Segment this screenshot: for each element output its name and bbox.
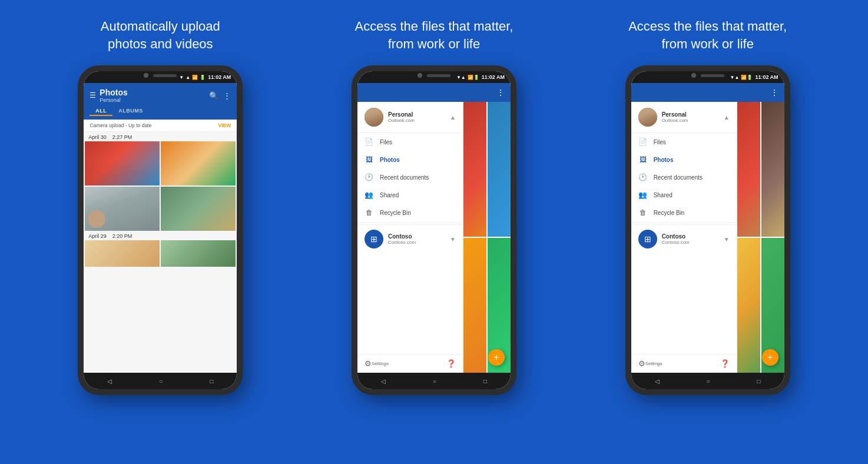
nav-recent-3[interactable]: 🕐 Recent documents: [631, 168, 737, 186]
hamburger-icon[interactable]: ☰: [90, 91, 96, 100]
bg-photo-3-2: [463, 238, 486, 373]
people-icon-2: 👥: [365, 191, 374, 199]
panel-2-title: Access the files that matter,from work o…: [355, 18, 513, 52]
nav-recycle-3[interactable]: 🗑 Recycle Bin: [631, 204, 737, 221]
status-time-3: 11:02 AM: [755, 74, 778, 80]
nav-footer-2: ⚙ Settings ❓: [357, 354, 463, 373]
contoso-section-3[interactable]: ⊞ Contoso Contoso.com ▼: [631, 224, 737, 253]
back-button-3[interactable]: ◁: [655, 378, 660, 385]
nav-recent-label-3: Recent documents: [654, 174, 703, 181]
account-section-2[interactable]: Personal Outlook.com ▲: [357, 102, 463, 133]
contoso-section-2[interactable]: ⊞ Contoso Contoso.com ▼: [357, 224, 463, 253]
account-section-3[interactable]: Personal Outlook.com ▲: [631, 102, 737, 133]
date-header-2: April 29 2:20 PM: [84, 231, 237, 240]
drawer-menu-icon-2[interactable]: ⋮: [496, 88, 505, 97]
nav-recycle-label-3: Recycle Bin: [654, 210, 685, 216]
bg-photo-2-3: [761, 102, 784, 237]
fab-3[interactable]: +: [762, 349, 778, 366]
drawer-app-bar-3: ⋮: [631, 83, 784, 102]
photo-cell-4[interactable]: [161, 187, 236, 231]
bg-photos-3: [737, 102, 784, 373]
clock-icon-3: 🕐: [638, 173, 648, 181]
nav-divider-2: [357, 223, 463, 223]
upload-banner: Camera upload - Up to date VIEW: [84, 120, 237, 132]
contoso-chevron-2: ▼: [450, 236, 456, 243]
nav-recent-2[interactable]: 🕐 Recent documents: [357, 168, 463, 186]
contoso-icon-3: ⊞: [644, 234, 651, 244]
recents-button-1[interactable]: □: [210, 378, 213, 385]
back-button-1[interactable]: ◁: [107, 378, 112, 385]
phone-nav-bar-2: ◁ ○ □: [357, 373, 511, 389]
bg-photo-2-2: [488, 102, 511, 237]
nav-photos-3[interactable]: 🖼 Photos: [631, 151, 737, 168]
nav-shared-label-3: Shared: [654, 192, 672, 198]
panel-3: Access the files that matter,from work o…: [577, 18, 839, 395]
file-icon-3: 📄: [638, 138, 648, 146]
file-icon-2: 📄: [365, 138, 374, 146]
settings-icon-2[interactable]: ⚙: [365, 359, 372, 368]
home-button-2[interactable]: ○: [433, 378, 436, 385]
recents-button-3[interactable]: □: [757, 378, 761, 385]
help-icon-2[interactable]: ❓: [446, 359, 456, 368]
drawer-app-bar-2: ⋮: [357, 83, 511, 102]
nav-photos-2[interactable]: 🖼 Photos: [357, 151, 463, 168]
nav-divider-3: [631, 223, 737, 223]
account-email-3: Outlook.com: [662, 118, 719, 123]
bg-photos-2: [463, 102, 511, 373]
bg-photo-3-3: [737, 238, 760, 373]
photo-cell-3[interactable]: [85, 187, 160, 231]
bg-content-3: +: [737, 102, 784, 373]
photos-app-bar: ☰ Photos Personal 🔍 ⋮ ALL: [84, 83, 237, 120]
back-button-2[interactable]: ◁: [381, 378, 386, 385]
settings-label-3[interactable]: Settings: [645, 361, 662, 366]
search-icon[interactable]: 🔍: [209, 91, 218, 100]
photo-cell-5[interactable]: [85, 240, 160, 267]
settings-label-2[interactable]: Settings: [372, 361, 389, 366]
panel-3-title: Access the files that matter,from work o…: [628, 18, 787, 52]
drawer-content-2: Personal Outlook.com ▲ 📄 Files 🖼: [357, 102, 511, 373]
home-button-3[interactable]: ○: [707, 378, 710, 385]
contoso-name-2: Contoso: [388, 233, 445, 240]
photo-cell-1[interactable]: [85, 141, 160, 185]
nav-files-3[interactable]: 📄 Files: [631, 133, 737, 151]
account-avatar-3: [638, 108, 657, 127]
nav-recycle-label-2: Recycle Bin: [380, 210, 411, 216]
nav-shared-2[interactable]: 👥 Shared: [357, 186, 463, 204]
nav-footer-3: ⚙ Settings ❓: [631, 354, 737, 373]
bg-photo-1-3: [737, 102, 760, 237]
bg-content-2: +: [463, 102, 511, 373]
contoso-domain-3: Contoso.com: [662, 240, 719, 245]
home-button-1[interactable]: ○: [159, 378, 163, 385]
tab-all[interactable]: ALL: [90, 105, 112, 116]
phone-3: ▼▲ 📶🔋 11:02 AM ⋮: [625, 65, 790, 395]
nav-recent-label-2: Recent documents: [380, 174, 429, 181]
account-chevron-3: ▲: [724, 114, 730, 121]
photos-content: Camera upload - Up to date VIEW April 30…: [84, 120, 237, 373]
photos-icon-3: 🖼: [638, 155, 648, 164]
account-name-3: Personal: [662, 111, 719, 118]
account-chevron-2: ▲: [450, 114, 456, 121]
help-icon-3[interactable]: ❓: [720, 359, 730, 368]
clock-icon-2: 🕐: [365, 173, 374, 181]
recents-button-2[interactable]: □: [483, 378, 487, 385]
tab-albums[interactable]: ALBUMS: [112, 105, 149, 116]
panel-1-title: Automatically uploadphotos and videos: [101, 18, 220, 52]
settings-icon-3[interactable]: ⚙: [638, 359, 645, 368]
trash-icon-2: 🗑: [365, 208, 374, 217]
nav-files-2[interactable]: 📄 Files: [357, 133, 463, 151]
more-icon[interactable]: ⋮: [223, 91, 231, 100]
app-title: Photos: [100, 88, 127, 97]
nav-photos-label-3: Photos: [654, 157, 674, 163]
contoso-icon-2: ⊞: [370, 234, 377, 244]
drawer-content-3: Personal Outlook.com ▲ 📄 Files 🖼: [631, 102, 784, 373]
nav-shared-3[interactable]: 👥 Shared: [631, 186, 737, 204]
photo-cell-6[interactable]: [161, 240, 236, 267]
account-avatar-2: [365, 108, 383, 127]
photos-icon-2: 🖼: [365, 155, 374, 164]
panel-2: Access the files that matter,from work o…: [303, 18, 565, 395]
nav-recycle-2[interactable]: 🗑 Recycle Bin: [357, 204, 463, 221]
drawer-menu-icon-3[interactable]: ⋮: [770, 88, 778, 97]
photo-cell-2[interactable]: [161, 141, 236, 185]
view-button[interactable]: VIEW: [218, 122, 231, 128]
photo-grid-2: [84, 240, 237, 267]
